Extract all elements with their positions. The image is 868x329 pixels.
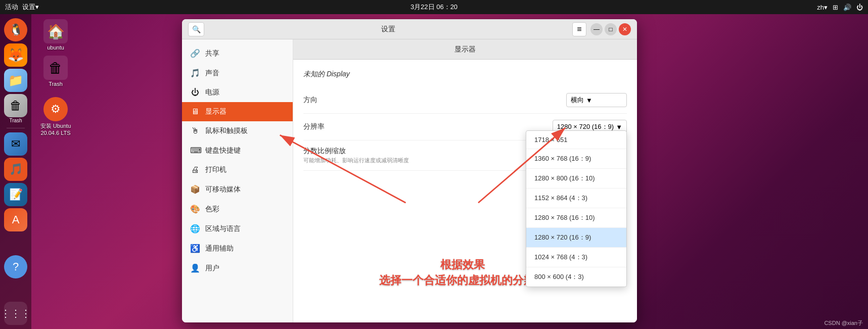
power-settings-icon: ⏻ bbox=[190, 88, 200, 97]
display-tab-title: 显示器 bbox=[454, 45, 476, 54]
resolution-option-1024[interactable]: 1024 × 768 (4：3) bbox=[526, 248, 626, 267]
dock-item-rhythmbox[interactable]: 🎵 bbox=[4, 158, 27, 181]
dock-item-trash[interactable]: 🗑 Trash bbox=[4, 94, 27, 124]
resolution-option-1360[interactable]: 1360 × 768 (16：9) bbox=[526, 149, 626, 169]
maximize-button[interactable]: □ bbox=[605, 23, 617, 35]
sidebar-item-printer[interactable]: 🖨 打印机 bbox=[182, 160, 293, 179]
search-button[interactable]: 🔍 bbox=[188, 22, 204, 36]
desktop-icon-ubuntu[interactable]: 🏠 ubuntu bbox=[35, 19, 76, 51]
resolution-option-1152[interactable]: 1152 × 864 (4：3) bbox=[526, 189, 626, 208]
resolution-dropdown-menu: 1718 × 651 1360 × 768 (16：9) 1280 × 800 … bbox=[526, 130, 627, 287]
volume-icon[interactable]: 🔊 bbox=[843, 4, 851, 11]
sidebar-item-region[interactable]: 🌐 区域与语言 bbox=[182, 219, 293, 239]
resolution-option-800[interactable]: 800 × 600 (4：3) bbox=[526, 267, 626, 287]
dock-item-apps[interactable]: ⋮⋮⋮ bbox=[4, 302, 27, 325]
dock-item-appstore[interactable]: A bbox=[4, 208, 27, 231]
settings-window-title: 设置 bbox=[208, 25, 568, 34]
dock-item-ubuntu[interactable]: 🐧 bbox=[4, 18, 27, 41]
resolution-option-1280-800[interactable]: 1280 × 800 (16：10) bbox=[526, 169, 626, 189]
sidebar-item-color[interactable]: 🎨 色彩 bbox=[182, 199, 293, 219]
lang-selector[interactable]: zh▾ bbox=[817, 4, 828, 11]
dock: 🐧 🦊 📁 🗑 Trash ✉ 🎵 📝 A ? ⋮⋮⋮ bbox=[0, 14, 31, 329]
sidebar-item-users[interactable]: 👤 用户 bbox=[182, 258, 293, 278]
keyboard-icon: ⌨ bbox=[190, 146, 200, 155]
display-icon: 🖥 bbox=[190, 107, 200, 116]
resolution-option-1718[interactable]: 1718 × 651 bbox=[526, 131, 626, 149]
sidebar-item-keyboard[interactable]: ⌨ 键盘快捷键 bbox=[182, 140, 293, 160]
power-icon[interactable]: ⏻ bbox=[856, 4, 863, 11]
region-icon: 🌐 bbox=[190, 224, 200, 233]
desktop-icon-trash[interactable]: 🗑 Trash bbox=[35, 56, 76, 87]
printer-icon: 🖨 bbox=[190, 165, 200, 174]
dock-item-files[interactable]: 📁 bbox=[4, 69, 27, 92]
resolution-label: 分辨率 bbox=[303, 122, 325, 130]
sidebar-item-sound[interactable]: 🎵 声音 bbox=[182, 63, 293, 83]
display-header: 显示器 bbox=[293, 39, 637, 60]
sidebar-item-accessibility[interactable]: ♿ 通用辅助 bbox=[182, 239, 293, 258]
menu-button[interactable]: ≡ bbox=[572, 22, 586, 36]
orientation-dropdown[interactable]: 横向 ▼ bbox=[566, 93, 627, 107]
desktop-icon-install-ubuntu[interactable]: ⚙ 安装 Ubuntu20.04.6 LTS bbox=[35, 97, 76, 136]
minimize-button[interactable]: — bbox=[590, 23, 603, 35]
dock-item-mail[interactable]: ✉ bbox=[4, 132, 27, 156]
removable-icon: 📦 bbox=[190, 184, 200, 194]
users-icon: 👤 bbox=[190, 263, 200, 273]
resolution-option-1280-720[interactable]: 1280 × 720 (16：9) bbox=[526, 228, 626, 248]
settings-titlebar: 🔍 设置 ≡ — □ ✕ bbox=[182, 19, 637, 39]
sidebar-item-display[interactable]: 🖥 显示器 bbox=[182, 102, 293, 121]
dock-item-libreoffice[interactable]: 📝 bbox=[4, 183, 27, 206]
topbar: 活动 设置▾ 3月22日 06：20 zh▾ ⊞ 🔊 ⏻ bbox=[0, 0, 868, 14]
datetime: 3月22日 06：20 bbox=[410, 3, 458, 11]
accessibility-icon: ♿ bbox=[190, 244, 200, 253]
settings-menu[interactable]: 设置▾ bbox=[22, 3, 39, 12]
network-icon[interactable]: ⊞ bbox=[833, 4, 838, 11]
dock-item-help[interactable]: ? bbox=[4, 255, 27, 278]
sidebar-item-removable[interactable]: 📦 可移动媒体 bbox=[182, 179, 293, 199]
resolution-chevron: ▼ bbox=[616, 123, 622, 131]
sidebar-item-share[interactable]: 🔗 共享 bbox=[182, 43, 293, 63]
resolution-option-1280-768[interactable]: 1280 × 768 (16：10) bbox=[526, 208, 626, 228]
sidebar-item-mouse[interactable]: 🖱 鼠标和触摸板 bbox=[182, 121, 293, 140]
csdn-watermark: CSDN @xian子 bbox=[824, 319, 863, 327]
sound-icon: 🎵 bbox=[190, 68, 200, 78]
mouse-icon: 🖱 bbox=[190, 126, 200, 135]
dropdown-chevron: ▼ bbox=[586, 97, 592, 104]
annotation-text: 根据效果 选择一个合适你的虚拟机的分辨率 bbox=[379, 257, 546, 289]
color-icon: 🎨 bbox=[190, 204, 200, 214]
sidebar-item-power[interactable]: ⏻ 电源 bbox=[182, 83, 293, 102]
activities-label[interactable]: 活动 bbox=[5, 3, 18, 12]
close-button[interactable]: ✕ bbox=[619, 23, 631, 35]
monitor-label: 未知的 Display bbox=[303, 70, 627, 79]
share-icon: 🔗 bbox=[190, 49, 200, 58]
dock-item-firefox[interactable]: 🦊 bbox=[4, 43, 27, 67]
settings-sidebar: 🔗 共享 🎵 声音 ⏻ 电源 🖥 显示器 🖱 鼠标和触摸板 bbox=[182, 39, 293, 322]
orientation-label: 方向 bbox=[303, 96, 317, 104]
